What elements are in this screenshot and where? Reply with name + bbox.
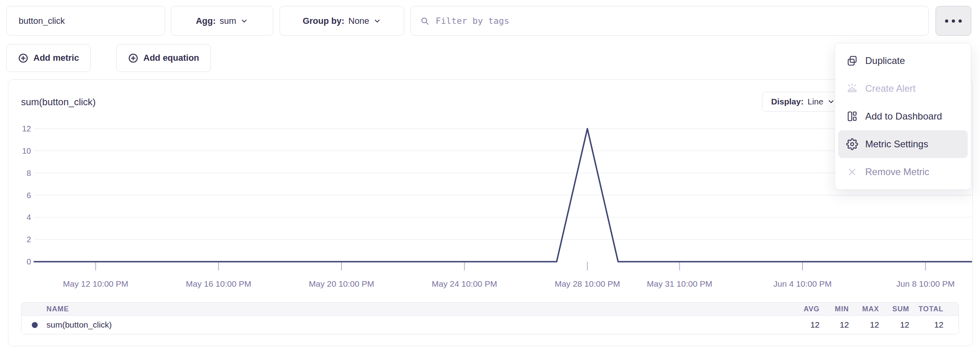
svg-text:Jun 8 10:00 PM: Jun 8 10:00 PM [896, 279, 955, 288]
metric-chart-panel: sum(button_click) Display: Line 02468101… [8, 79, 973, 346]
table-row[interactable]: sum(button_click) 12 12 12 12 12 [21, 316, 959, 334]
add-metric-label: Add metric [33, 53, 79, 63]
svg-text:May 16 10:00 PM: May 16 10:00 PM [186, 279, 251, 288]
menu-item-create-alert: Create Alert [838, 75, 968, 102]
svg-text:8: 8 [27, 169, 31, 178]
add-equation-label: Add equation [143, 53, 199, 63]
svg-text:10: 10 [22, 147, 31, 155]
cell-max: 12 [849, 320, 879, 330]
series-color-dot [32, 322, 38, 328]
tag-filter-input[interactable] [436, 6, 920, 35]
svg-text:2: 2 [27, 235, 31, 244]
add-metric-button[interactable]: Add metric [6, 44, 91, 72]
column-header-total: TOTAL [909, 305, 943, 313]
menu-item-duplicate[interactable]: Duplicate [838, 47, 968, 75]
more-options-button[interactable] [936, 6, 971, 36]
ellipsis-icon [959, 19, 962, 23]
context-menu: Duplicate Create Alert Add to Dashboard … [835, 43, 971, 190]
remove-metric-icon [846, 166, 858, 178]
column-header-sum: SUM [879, 305, 909, 313]
group-by-label: Group by: [303, 16, 344, 26]
svg-text:May 20 10:00 PM: May 20 10:00 PM [309, 279, 374, 288]
table-header-row: NAME AVG MIN MAX SUM TOTAL [21, 303, 959, 316]
svg-text:May 12 10:00 PM: May 12 10:00 PM [63, 279, 129, 288]
tag-filter-field [411, 6, 929, 36]
aggregation-dropdown[interactable]: Agg: sum [171, 6, 273, 36]
column-header-name: NAME [21, 305, 792, 313]
plus-circle-icon [128, 53, 139, 64]
cell-avg: 12 [792, 320, 820, 330]
chevron-down-icon [240, 17, 248, 25]
aggregation-value: sum [220, 16, 236, 26]
menu-item-add-to-dashboard[interactable]: Add to Dashboard [838, 102, 968, 130]
duplicate-icon [846, 55, 858, 67]
group-by-dropdown[interactable]: Group by: None [280, 6, 404, 36]
chevron-down-icon [373, 17, 381, 25]
add-equation-button[interactable]: Add equation [116, 44, 211, 72]
svg-text:4: 4 [27, 213, 31, 222]
search-icon [420, 16, 430, 26]
svg-text:Jun 4 10:00 PM: Jun 4 10:00 PM [773, 279, 831, 288]
column-header-min: MIN [820, 305, 849, 313]
svg-text:May 28 10:00 PM: May 28 10:00 PM [555, 279, 620, 288]
menu-item-metric-settings[interactable]: Metric Settings [838, 130, 968, 158]
group-by-value: None [348, 16, 369, 26]
menu-item-remove-metric: Remove Metric [838, 158, 968, 186]
svg-text:May 31 10:00 PM: May 31 10:00 PM [647, 279, 712, 288]
series-summary-table: NAME AVG MIN MAX SUM TOTAL sum(button_cl… [21, 302, 959, 334]
ellipsis-icon [945, 19, 948, 23]
metric-settings-icon [846, 138, 858, 150]
ellipsis-icon [952, 19, 955, 23]
aggregation-label: Agg: [196, 16, 216, 26]
svg-text:12: 12 [22, 124, 31, 133]
column-header-avg: AVG [792, 305, 820, 313]
plus-circle-icon [18, 53, 29, 64]
metric-name-input[interactable] [6, 6, 165, 36]
series-name: sum(button_click) [46, 320, 112, 330]
svg-text:0: 0 [27, 257, 31, 266]
svg-text:6: 6 [27, 191, 31, 200]
add-to-dashboard-icon [846, 110, 858, 122]
cell-total: 12 [909, 320, 943, 330]
column-header-max: MAX [849, 305, 879, 313]
create-alert-icon [846, 83, 858, 95]
cell-min: 12 [820, 320, 849, 330]
cell-sum: 12 [879, 320, 909, 330]
svg-text:May 24 10:00 PM: May 24 10:00 PM [432, 279, 497, 288]
